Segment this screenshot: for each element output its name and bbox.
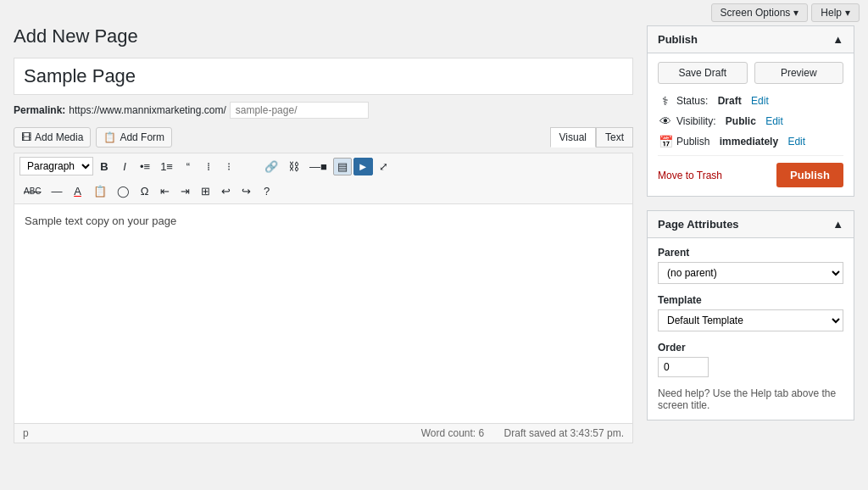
screen-options-chevron-icon: ▾ bbox=[793, 7, 798, 19]
publish-button[interactable]: Publish bbox=[776, 163, 843, 187]
word-count-label: Word count: bbox=[421, 427, 476, 439]
page-attributes-content: Parent (no parent) Template Default Temp… bbox=[648, 238, 854, 420]
save-draft-button[interactable]: Save Draft bbox=[658, 62, 748, 84]
tab-visual[interactable]: Visual bbox=[550, 127, 596, 148]
blockquote-button[interactable]: “ bbox=[179, 158, 198, 175]
screen-options-button[interactable]: Screen Options ▾ bbox=[711, 3, 809, 22]
editor-toolbar-row1: Paragraph B I •≡ 1≡ “ ⁞ ⁝ 🔗 ⛓ —■ ▤ ► ⤢ bbox=[14, 153, 633, 179]
move-to-trash-button[interactable]: Move to Trash bbox=[658, 170, 722, 181]
paragraph-select[interactable]: Paragraph bbox=[19, 157, 93, 175]
publish-box-content: Save Draft Preview ⚕ Status: Draft Edit … bbox=[648, 53, 854, 196]
tab-text[interactable]: Text bbox=[596, 127, 633, 148]
permalink-label: Permalink: bbox=[14, 104, 65, 116]
help-button[interactable]: Help ▾ bbox=[811, 3, 860, 22]
publish-label: Publish bbox=[676, 136, 709, 148]
help-text: Need help? Use the Help tab above the sc… bbox=[658, 387, 843, 411]
permalink-row: Permalink: https://www.mannixmarketing.c… bbox=[14, 102, 633, 119]
publish-time-value: immediately bbox=[720, 136, 778, 148]
editor-help-button[interactable]: ? bbox=[258, 182, 276, 200]
add-form-label: Add Form bbox=[120, 131, 164, 143]
publish-time-icon: 📅 bbox=[658, 135, 673, 148]
draft-saved: Draft saved at 3:43:57 pm. bbox=[504, 427, 624, 439]
hr-button[interactable]: — bbox=[47, 182, 67, 200]
parent-label: Parent bbox=[658, 247, 843, 259]
page-attributes-collapse-icon[interactable]: ▲ bbox=[832, 218, 843, 231]
add-media-button[interactable]: 🎞 Add Media bbox=[14, 127, 91, 148]
screen-options-label: Screen Options bbox=[721, 7, 791, 19]
visibility-icon: 👁 bbox=[658, 114, 673, 128]
publish-box-header: Publish ▲ bbox=[648, 26, 854, 53]
bold-button[interactable]: B bbox=[95, 158, 114, 175]
publish-box: Publish ▲ Save Draft Preview ⚕ Status: D… bbox=[647, 25, 854, 197]
publish-box-title: Publish bbox=[658, 33, 698, 46]
ordered-list-button[interactable]: 1≡ bbox=[156, 158, 177, 175]
indent-button[interactable]: ⇥ bbox=[176, 182, 195, 200]
editor-footer: p Word count: 6 Draft saved at 3:43:57 p… bbox=[14, 424, 633, 443]
add-media-icon: 🎞 bbox=[21, 131, 31, 143]
align-right-button[interactable] bbox=[240, 158, 259, 175]
align-center-button[interactable]: ⁝ bbox=[220, 158, 238, 175]
add-form-button[interactable]: 📋 Add Form bbox=[96, 127, 172, 148]
editor-content: Sample text copy on your page bbox=[25, 214, 622, 227]
page-heading: Add New Page bbox=[14, 25, 633, 47]
preview-button[interactable]: Preview bbox=[754, 62, 844, 84]
strikethrough-button[interactable]: ABC bbox=[19, 184, 46, 198]
editor-footer-right: Word count: 6 Draft saved at 3:43:57 pm. bbox=[421, 427, 624, 439]
visibility-edit-link[interactable]: Edit bbox=[765, 115, 783, 127]
order-label: Order bbox=[658, 342, 843, 354]
help-chevron-icon: ▾ bbox=[845, 7, 850, 19]
order-input[interactable] bbox=[658, 357, 709, 377]
redo-button[interactable]: ↪ bbox=[237, 182, 256, 200]
toggle-toolbar-button[interactable]: ▤ bbox=[333, 158, 352, 175]
help-label: Help bbox=[821, 7, 842, 19]
template-label: Template bbox=[658, 294, 843, 306]
unlink-button[interactable]: ⛓ bbox=[284, 158, 303, 175]
status-value: Draft bbox=[718, 95, 742, 107]
status-label: Status: bbox=[676, 95, 708, 107]
expand-button[interactable]: ► bbox=[353, 158, 373, 175]
link-button[interactable]: 🔗 bbox=[260, 158, 282, 175]
page-title-input[interactable] bbox=[14, 58, 633, 95]
template-select[interactable]: Default Template bbox=[658, 309, 843, 331]
word-count: 6 bbox=[479, 427, 485, 439]
parent-select[interactable]: (no parent) bbox=[658, 262, 843, 284]
page-attributes-header: Page Attributes ▲ bbox=[648, 211, 854, 238]
add-media-label: Add Media bbox=[35, 131, 83, 143]
table-button[interactable]: ⊞ bbox=[197, 182, 215, 200]
editor-toolbar-row2: ABC — A 📋 ◯ Ω ⇤ ⇥ ⊞ ↩ ↪ ? bbox=[14, 179, 633, 203]
undo-button[interactable]: ↩ bbox=[217, 182, 236, 200]
editor-content-area[interactable]: Sample text copy on your page bbox=[14, 203, 633, 424]
font-color-button[interactable]: A bbox=[69, 182, 87, 200]
paste-text-button[interactable]: 📋 bbox=[89, 182, 111, 200]
unordered-list-button[interactable]: •≡ bbox=[136, 158, 154, 175]
special-chars-button[interactable]: Ω bbox=[136, 182, 154, 200]
visibility-label: Visibility: bbox=[676, 115, 715, 127]
clear-button[interactable]: ◯ bbox=[113, 182, 134, 200]
italic-button[interactable]: I bbox=[115, 158, 134, 175]
fullscreen-button[interactable]: ⤢ bbox=[375, 158, 393, 175]
outdent-button[interactable]: ⇤ bbox=[156, 182, 175, 200]
align-left-button[interactable]: ⁞ bbox=[199, 158, 218, 175]
page-attributes-box: Page Attributes ▲ Parent (no parent) Tem… bbox=[647, 210, 854, 420]
page-attributes-title: Page Attributes bbox=[658, 218, 739, 231]
add-form-icon: 📋 bbox=[103, 131, 116, 143]
insert-more-button[interactable]: —■ bbox=[305, 158, 331, 175]
publish-collapse-icon[interactable]: ▲ bbox=[832, 33, 843, 46]
permalink-url: https://www.mannixmarketing.com/ bbox=[69, 104, 225, 116]
permalink-slug-input[interactable] bbox=[230, 102, 369, 119]
editor-tag: p bbox=[23, 427, 29, 439]
visibility-value: Public bbox=[726, 115, 756, 127]
status-edit-link[interactable]: Edit bbox=[751, 95, 769, 107]
status-icon: ⚕ bbox=[658, 94, 673, 108]
publish-time-edit-link[interactable]: Edit bbox=[787, 136, 805, 148]
